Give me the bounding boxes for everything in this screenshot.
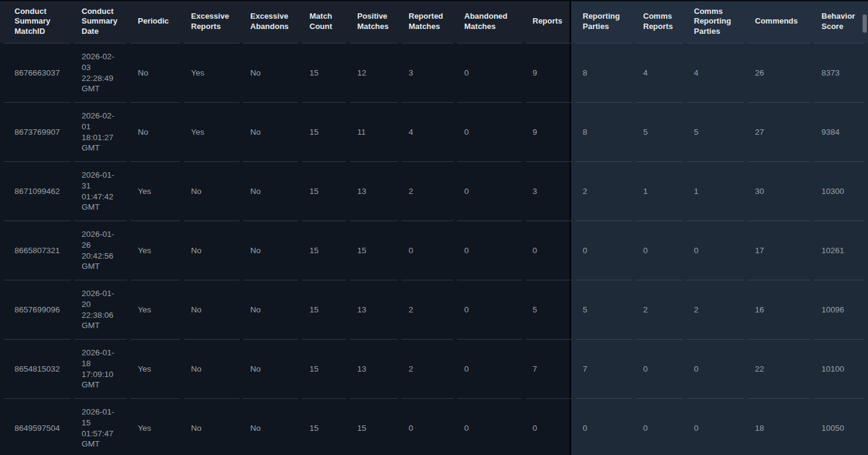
cell-commends: 17 — [748, 221, 811, 280]
cell-reported-matches: 2 — [401, 339, 453, 398]
cell-positive-matches: 13 — [350, 161, 398, 221]
cell-comms-reporting-parties: 0 — [687, 339, 744, 398]
cell-commends: 16 — [748, 280, 811, 339]
column-header-conduct-summary-matchid[interactable]: Conduct Summary MatchID — [4, 0, 71, 43]
cell-periodic: Yes — [131, 221, 180, 280]
cell-conduct-summary-date: 2026-01-18 17:09:10 GMT — [74, 339, 127, 398]
cell-abandoned-matches: 0 — [457, 280, 522, 339]
table-row: 86737699072026-02-01 18:01:27 GMTNoYesNo… — [4, 102, 864, 161]
column-header-positive-matches[interactable]: Positive Matches — [350, 0, 398, 43]
cell-reported-matches: 4 — [401, 102, 453, 161]
cell-conduct-summary-date: 2026-02-01 18:01:27 GMT — [74, 102, 127, 161]
column-header-excessive-reports[interactable]: Excessive Reports — [184, 0, 239, 43]
cell-match-count: 15 — [302, 339, 346, 398]
cell-excessive-reports: No — [184, 339, 239, 398]
cell-excessive-abandons: No — [243, 339, 299, 398]
cell-abandoned-matches: 0 — [457, 161, 522, 221]
cell-comms-reports: 0 — [636, 221, 683, 280]
cell-commends: 27 — [748, 102, 811, 161]
cell-excessive-abandons: No — [243, 280, 299, 339]
column-header-abandoned-matches[interactable]: Abandoned Matches — [457, 0, 522, 43]
column-header-periodic[interactable]: Periodic — [131, 0, 180, 43]
cell-comms-reporting-parties: 1 — [687, 161, 744, 221]
cell-periodic: Yes — [131, 161, 180, 221]
cell-commends: 30 — [748, 161, 811, 221]
cell-reporting-parties: 7 — [575, 339, 632, 398]
cell-commends: 18 — [748, 398, 811, 455]
cell-match-count: 15 — [302, 221, 346, 280]
cell-comms-reports: 5 — [636, 102, 683, 161]
cell-abandoned-matches: 0 — [457, 339, 522, 398]
cell-commends: 26 — [748, 43, 811, 102]
cell-excessive-abandons: No — [243, 221, 299, 280]
cell-comms-reports: 4 — [636, 43, 683, 102]
cell-conduct-summary-matchid: 8657699096 — [4, 280, 71, 339]
cell-reported-matches: 2 — [401, 161, 453, 221]
cell-match-count: 15 — [302, 280, 346, 339]
cell-excessive-reports: No — [184, 221, 239, 280]
column-header-excessive-abandons[interactable]: Excessive Abandons — [243, 0, 299, 43]
cell-positive-matches: 13 — [350, 339, 398, 398]
column-header-reported-matches[interactable]: Reported Matches — [401, 0, 453, 43]
cell-behavior-score: 10050 — [814, 398, 864, 455]
column-header-behavior-score[interactable]: Behavior Score — [814, 0, 864, 43]
cell-excessive-abandons: No — [243, 161, 299, 221]
cell-abandoned-matches: 0 — [457, 43, 522, 102]
cell-excessive-reports: Yes — [184, 43, 239, 102]
table-row: 86548150322026-01-18 17:09:10 GMTYesNoNo… — [4, 339, 864, 398]
cell-comms-reports: 0 — [636, 339, 683, 398]
cell-abandoned-matches: 0 — [457, 398, 522, 455]
cell-match-count: 15 — [302, 43, 346, 102]
column-header-reporting-parties[interactable]: Reporting Parties — [575, 0, 632, 43]
cell-reports: 9 — [525, 102, 572, 161]
cell-commends: 22 — [748, 339, 811, 398]
cell-reports: 3 — [525, 161, 572, 221]
cell-reporting-parties: 0 — [575, 221, 632, 280]
cell-behavior-score: 8373 — [814, 43, 864, 102]
date-text: 2026-01-18 17:09:10 GMT — [82, 347, 119, 390]
cell-excessive-abandons: No — [243, 102, 299, 161]
header-row: Conduct Summary MatchIDConduct Summary D… — [4, 0, 864, 43]
conduct-summary-table: Conduct Summary MatchIDConduct Summary D… — [0, 0, 868, 455]
cell-periodic: No — [131, 43, 180, 102]
cell-excessive-abandons: No — [243, 398, 299, 455]
cell-conduct-summary-date: 2026-01-26 20:42:56 GMT — [74, 221, 127, 280]
cell-match-count: 15 — [302, 398, 346, 455]
column-header-match-count[interactable]: Match Count — [302, 0, 346, 43]
cell-comms-reporting-parties: 2 — [687, 280, 744, 339]
vertical-scrollbar-thumb[interactable] — [863, 15, 867, 33]
cell-reported-matches: 0 — [401, 398, 453, 455]
date-text: 2026-02-01 18:01:27 GMT — [82, 111, 119, 153]
cell-reporting-parties: 0 — [575, 398, 632, 455]
cell-conduct-summary-date: 2026-01-20 22:38:06 GMT — [74, 280, 127, 339]
table-row: 86658073212026-01-26 20:42:56 GMTYesNoNo… — [4, 221, 864, 280]
cell-excessive-reports: Yes — [184, 102, 239, 161]
cell-conduct-summary-matchid: 8676663037 — [4, 43, 71, 102]
cell-conduct-summary-matchid: 8654815032 — [4, 339, 71, 398]
column-header-reports[interactable]: Reports — [525, 0, 572, 43]
column-header-comms-reporting-parties[interactable]: Comms Reporting Parties — [687, 0, 744, 43]
cell-reported-matches: 0 — [401, 221, 453, 280]
cell-comms-reporting-parties: 5 — [687, 102, 744, 161]
cell-behavior-score: 10261 — [814, 221, 864, 280]
cell-behavior-score: 10096 — [814, 280, 864, 339]
cell-periodic: Yes — [131, 339, 180, 398]
column-header-conduct-summary-date[interactable]: Conduct Summary Date — [74, 0, 127, 43]
cell-conduct-summary-matchid: 8649597504 — [4, 398, 71, 455]
cell-comms-reports: 1 — [636, 161, 683, 221]
cell-reports: 9 — [525, 43, 572, 102]
cell-periodic: No — [131, 102, 180, 161]
table-row: 86495975042026-01-15 01:57:47 GMTYesNoNo… — [4, 398, 864, 455]
cell-behavior-score: 10300 — [814, 161, 864, 221]
cell-positive-matches: 13 — [350, 280, 398, 339]
cell-comms-reporting-parties: 0 — [687, 221, 744, 280]
table-row: 86710994622026-01-31 01:47:42 GMTYesNoNo… — [4, 161, 864, 221]
cell-comms-reports: 0 — [636, 398, 683, 455]
cell-reporting-parties: 8 — [575, 102, 632, 161]
column-header-commends[interactable]: Commends — [748, 0, 811, 43]
column-header-comms-reports[interactable]: Comms Reports — [636, 0, 683, 43]
cell-excessive-reports: No — [184, 161, 239, 221]
cell-match-count: 15 — [302, 161, 346, 221]
cell-positive-matches: 12 — [350, 43, 398, 102]
cell-positive-matches: 11 — [350, 102, 398, 161]
